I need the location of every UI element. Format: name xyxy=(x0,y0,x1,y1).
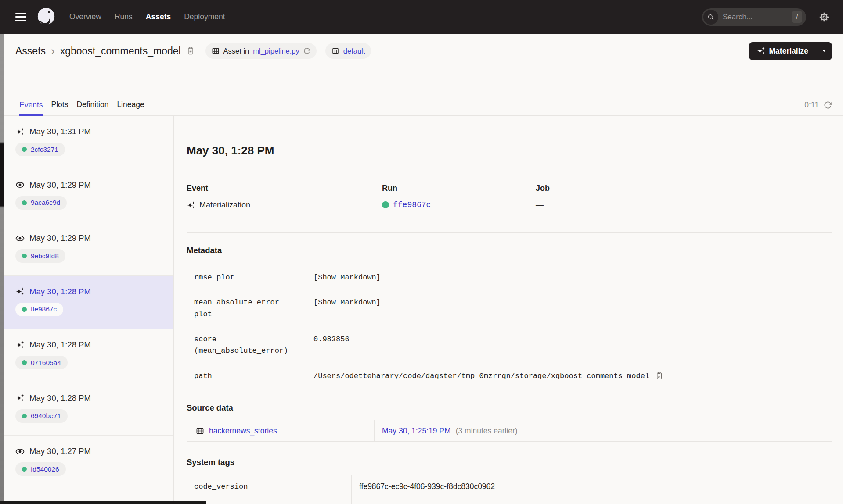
event-time: May 30, 1:31 PM xyxy=(29,127,91,136)
materialization-icon xyxy=(15,287,25,296)
observation-icon xyxy=(15,180,25,189)
refresh-countdown: 0:11 xyxy=(804,100,819,110)
tab-definition[interactable]: Definition xyxy=(76,100,108,115)
event-detail-title: May 30, 1:28 PM xyxy=(187,144,832,157)
job-column-label: Job xyxy=(536,184,832,193)
run-status-dot xyxy=(382,201,389,208)
event-time: May 30, 1:28 PM xyxy=(29,393,91,403)
storage-path-link[interactable]: /Users/odetteharary/code/dagster/tmp_0mz… xyxy=(313,371,649,382)
run-id-badge[interactable]: 2cfc3271 xyxy=(15,143,65,156)
materialize-split-button: Materialize xyxy=(749,42,832,60)
run-id-badge[interactable]: 9ebc9fd8 xyxy=(15,249,65,263)
show-markdown-link[interactable]: Show Markdown xyxy=(318,273,376,282)
dagster-logo[interactable] xyxy=(36,7,56,27)
table-row xyxy=(187,498,832,504)
top-nav-bar: Overview Runs Assets Deployment / xyxy=(0,0,843,34)
search-icon xyxy=(703,10,718,25)
run-id-badge[interactable]: 6940be71 xyxy=(15,409,68,423)
metadata-table: rmse plot [Show Markdown] mean_absolute_… xyxy=(187,265,832,389)
run-status-dot xyxy=(22,360,27,365)
background-window-bottom-edge xyxy=(0,501,206,504)
observation-icon xyxy=(15,234,25,243)
run-id-badge[interactable]: fd540026 xyxy=(15,462,66,476)
source-asset-link[interactable]: hackernews_stories xyxy=(209,426,277,436)
run-status-dot xyxy=(22,254,27,258)
metadata-heading: Metadata xyxy=(187,246,832,255)
event-time: May 30, 1:29 PM xyxy=(29,180,91,190)
repository-link[interactable]: default xyxy=(343,47,365,55)
materialize-sparkle-icon xyxy=(757,46,765,55)
asset-header-row: Assets › xgboost_comments_model Asset in… xyxy=(4,34,843,68)
source-relative-time: (3 minutes earlier) xyxy=(456,426,518,436)
caret-down-icon xyxy=(821,47,828,54)
event-list-item[interactable]: May 30, 1:28 PM 071605a4 xyxy=(4,329,173,382)
run-id-badge[interactable]: ffe9867c xyxy=(15,303,63,316)
table-row: code_version ffe9867c-ec9c-4f06-939c-f8d… xyxy=(187,475,832,498)
system-tag-key: code_version xyxy=(187,475,352,498)
run-status-dot xyxy=(22,467,27,472)
run-id-badge[interactable]: 9aca6c9d xyxy=(15,196,67,210)
materialize-label: Materialize xyxy=(769,46,808,56)
breadcrumb-assets-link[interactable]: Assets xyxy=(15,45,46,57)
search-input[interactable] xyxy=(718,13,792,21)
reload-definition-icon[interactable] xyxy=(303,47,310,54)
asset-in-badge: Asset in ml_pipeline.py xyxy=(205,43,317,59)
metadata-key: path xyxy=(187,364,306,389)
table-row: mean_absolute_error plot [Show Markdown] xyxy=(187,290,832,327)
event-type-value: Materialization xyxy=(199,200,250,210)
show-markdown-link[interactable]: Show Markdown xyxy=(318,298,376,307)
asset-tabs: Events Plots Definition Lineage 0:11 xyxy=(4,68,843,116)
materialize-dropdown-button[interactable] xyxy=(816,42,832,60)
settings-gear-icon[interactable] xyxy=(818,11,830,23)
copy-path-icon[interactable] xyxy=(655,371,663,380)
materialization-icon xyxy=(187,201,195,210)
run-column-label: Run xyxy=(382,184,536,193)
table-row: score (mean_absolute_error) 0.983856 xyxy=(187,327,832,364)
nav-item-deployment[interactable]: Deployment xyxy=(184,12,225,21)
materialize-button[interactable]: Materialize xyxy=(749,42,816,60)
event-list-item[interactable]: May 30, 1:29 PM 9aca6c9d xyxy=(4,169,173,223)
tab-plots[interactable]: Plots xyxy=(51,100,68,115)
event-time: May 30, 1:27 PM xyxy=(29,447,91,456)
nav-item-runs[interactable]: Runs xyxy=(115,12,133,21)
table-row: hackernews_stories May 30, 1:25:19 PM (3… xyxy=(187,420,832,441)
run-id-badge[interactable]: 071605a4 xyxy=(15,356,68,369)
system-tags-heading: System tags xyxy=(187,458,832,467)
primary-nav: Overview Runs Assets Deployment xyxy=(69,12,225,21)
event-list-item-selected[interactable]: May 30, 1:28 PM ffe9867c xyxy=(4,276,173,329)
run-id-link[interactable]: ffe9867c xyxy=(393,200,431,209)
metadata-score-value: 0.983856 xyxy=(313,334,349,345)
event-time: May 30, 1:28 PM xyxy=(29,340,91,350)
event-list-item[interactable]: May 30, 1:31 PM 2cfc3271 xyxy=(4,116,173,169)
asset-file-link[interactable]: ml_pipeline.py xyxy=(253,47,299,55)
tab-lineage[interactable]: Lineage xyxy=(117,100,144,115)
nav-item-assets[interactable]: Assets xyxy=(146,12,171,21)
observation-icon xyxy=(15,447,25,456)
materialization-icon xyxy=(15,340,25,350)
table-row: path /Users/odetteharary/code/dagster/tm… xyxy=(187,364,832,389)
system-tag-value: ffe9867c-ec9c-4f06-939c-f8dc830c0962 xyxy=(352,482,832,491)
copy-asset-name-icon[interactable] xyxy=(186,46,195,55)
menu-icon[interactable] xyxy=(15,13,26,21)
metadata-key: rmse plot xyxy=(187,265,306,290)
search-box[interactable]: / xyxy=(702,8,806,26)
background-window-edge xyxy=(0,34,4,504)
event-list: May 30, 1:31 PM 2cfc3271 May 30, 1:29 PM xyxy=(4,116,174,504)
metadata-key: mean_absolute_error plot xyxy=(187,290,306,327)
event-list-item[interactable]: May 30, 1:29 PM 9ebc9fd8 xyxy=(4,222,173,276)
repository-icon xyxy=(331,47,339,55)
nav-item-overview[interactable]: Overview xyxy=(69,12,101,21)
run-status-dot xyxy=(22,414,27,418)
refresh-icon[interactable] xyxy=(824,101,832,109)
event-list-item[interactable]: May 30, 1:27 PM fd540026 xyxy=(4,436,173,489)
job-value: — xyxy=(536,200,544,210)
source-timestamp-link[interactable]: May 30, 1:25:19 PM xyxy=(382,426,451,436)
run-status-dot xyxy=(22,147,27,152)
event-list-item[interactable]: May 30, 1:28 PM 6940be71 xyxy=(4,382,173,436)
source-data-heading: Source data xyxy=(187,403,832,413)
tab-events[interactable]: Events xyxy=(19,100,43,116)
run-status-dot xyxy=(22,307,27,312)
page-title-asset-name: xgboost_comments_model xyxy=(60,45,181,57)
system-tags-table: code_version ffe9867c-ec9c-4f06-939c-f8d… xyxy=(187,475,832,504)
event-time: May 30, 1:28 PM xyxy=(29,287,91,297)
